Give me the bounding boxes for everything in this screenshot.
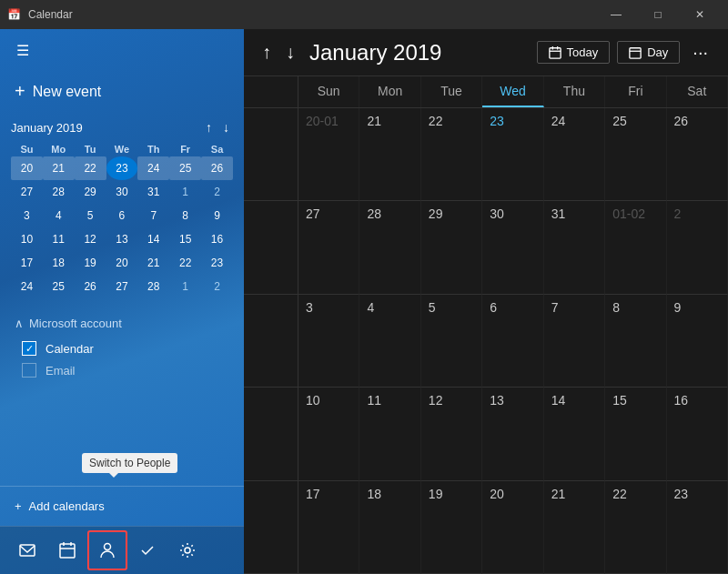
cal-cell[interactable]: 20 [482, 481, 543, 574]
mini-cal-cell[interactable]: 21 [137, 251, 169, 275]
cal-cell[interactable]: 19 [421, 481, 482, 574]
more-options-button[interactable]: ··· [687, 40, 713, 65]
mini-cal-cell[interactable]: 12 [75, 227, 106, 251]
cal-cell[interactable]: 01-02 [605, 201, 666, 294]
cal-cell[interactable]: 10 [298, 388, 359, 480]
mini-cal-cell[interactable]: 7 [137, 204, 169, 227]
cal-cell-today[interactable]: 23 [482, 108, 543, 201]
add-calendars-button[interactable]: + Add calendars [7, 492, 237, 520]
mini-cal-cell[interactable]: 1 [169, 275, 201, 298]
cal-cell[interactable]: 29 [421, 201, 482, 294]
cal-cell[interactable]: 6 [482, 295, 543, 388]
minimize-button[interactable]: — [595, 0, 637, 29]
mini-cal-prev[interactable]: ↑ [202, 118, 216, 136]
mini-cal-cell[interactable]: 23 [201, 251, 233, 275]
cal-cell[interactable]: 4 [359, 295, 420, 388]
cal-cell[interactable]: 24 [544, 108, 605, 201]
mini-cal-cell[interactable]: 18 [43, 251, 75, 275]
mini-cal-cell[interactable]: 20 [11, 156, 43, 180]
mini-cal-cell[interactable]: 17 [11, 251, 43, 275]
mini-cal-cell[interactable]: 27 [11, 180, 43, 204]
cal-cell[interactable]: 13 [482, 388, 543, 480]
cal-cell[interactable]: 14 [544, 388, 605, 480]
today-button[interactable]: Today [537, 41, 611, 64]
cal-cell[interactable]: 8 [605, 295, 666, 388]
mini-cal-cell[interactable]: 25 [169, 156, 201, 180]
mini-cal-cell[interactable]: 10 [11, 227, 43, 251]
mini-cal-cell[interactable]: 9 [201, 204, 233, 227]
cal-cell[interactable]: 20-01 [298, 108, 359, 201]
close-button[interactable]: ✕ [679, 0, 721, 29]
mini-cal-cell[interactable]: 29 [75, 180, 106, 204]
cal-cell[interactable]: 26 [667, 108, 728, 201]
cal-cell[interactable]: 22 [421, 108, 482, 201]
cal-cell[interactable]: 21 [359, 108, 420, 201]
mini-cal-next[interactable]: ↓ [219, 118, 233, 136]
mini-cal-cell[interactable]: 28 [43, 180, 75, 204]
day-view-button[interactable]: Day [617, 41, 680, 64]
mini-cal-cell[interactable]: 26 [201, 156, 233, 180]
mini-cal-cell[interactable]: 11 [43, 227, 75, 251]
email-item[interactable]: Email [15, 359, 229, 381]
mini-cal-cell[interactable]: 28 [137, 275, 169, 298]
mini-cal-cell[interactable]: 3 [11, 204, 43, 227]
mini-cal-cell[interactable]: 25 [43, 275, 75, 298]
cal-cell[interactable]: 28 [359, 201, 420, 294]
day-header-fri: Fri [605, 76, 666, 107]
mini-cal-cell[interactable]: 14 [137, 227, 169, 251]
mini-cal-cell[interactable]: 4 [43, 204, 75, 227]
mini-cal-cell[interactable]: 16 [201, 227, 233, 251]
mini-cal-cell[interactable]: 31 [137, 180, 169, 204]
cal-cell[interactable]: 21 [544, 481, 605, 574]
calendar-checkbox[interactable]: ✓ [22, 341, 36, 356]
cal-cell[interactable]: 7 [544, 295, 605, 388]
cal-cell[interactable]: 25 [605, 108, 666, 201]
mini-cal-cell[interactable]: 1 [169, 180, 201, 204]
cal-cell[interactable]: 18 [359, 481, 420, 574]
mini-cal-cell[interactable]: 20 [106, 251, 138, 275]
cal-cell[interactable]: 2 [667, 201, 728, 294]
cal-cell[interactable]: 22 [605, 481, 666, 574]
mini-cal-cell[interactable]: 2 [201, 275, 233, 298]
settings-nav-button[interactable] [167, 530, 207, 570]
mini-cal-cell[interactable]: 5 [75, 204, 106, 227]
cal-cell[interactable]: 27 [298, 201, 359, 294]
mini-cal-cell[interactable]: 27 [106, 275, 138, 298]
cal-cell[interactable]: 11 [359, 388, 420, 480]
mail-nav-button[interactable] [7, 530, 47, 570]
mini-cal-cell[interactable]: 22 [169, 251, 201, 275]
mini-cal-cell[interactable]: 22 [75, 156, 106, 180]
new-event-button[interactable]: + New event [0, 72, 244, 111]
maximize-button[interactable]: □ [637, 0, 679, 29]
cal-cell[interactable]: 16 [667, 388, 728, 480]
people-nav-button[interactable] [87, 530, 127, 570]
week-label-1 [244, 108, 298, 201]
mini-cal-cell[interactable]: 8 [169, 204, 201, 227]
cal-cell[interactable]: 17 [298, 481, 359, 574]
calendar-nav-button[interactable] [47, 530, 87, 570]
cal-cell[interactable]: 15 [605, 388, 666, 480]
mini-cal-today[interactable]: 23 [106, 156, 138, 180]
mini-cal-cell[interactable]: 21 [43, 156, 75, 180]
mini-cal-cell[interactable]: 26 [75, 275, 106, 298]
cal-cell[interactable]: 12 [421, 388, 482, 480]
prev-week-button[interactable]: ↑ [258, 40, 275, 65]
cal-cell[interactable]: 9 [667, 295, 728, 388]
cal-cell[interactable]: 3 [298, 295, 359, 388]
mini-cal-cell[interactable]: 19 [75, 251, 106, 275]
mini-cal-cell[interactable]: 15 [169, 227, 201, 251]
mini-cal-cell[interactable]: 30 [106, 180, 138, 204]
hamburger-button[interactable]: ☰ [11, 36, 35, 65]
mini-cal-cell[interactable]: 6 [106, 204, 138, 227]
next-week-button[interactable]: ↓ [282, 40, 298, 65]
mini-cal-cell[interactable]: 24 [11, 275, 43, 298]
mini-cal-cell[interactable]: 2 [201, 180, 233, 204]
calendar-item[interactable]: ✓ Calendar [15, 337, 229, 359]
mini-cal-cell[interactable]: 24 [137, 156, 169, 180]
mini-cal-cell[interactable]: 13 [106, 227, 138, 251]
cal-cell[interactable]: 5 [421, 295, 482, 388]
cal-cell[interactable]: 31 [544, 201, 605, 294]
tasks-nav-button[interactable] [127, 530, 167, 570]
cal-cell[interactable]: 23 [667, 481, 728, 574]
cal-cell[interactable]: 30 [482, 201, 543, 294]
